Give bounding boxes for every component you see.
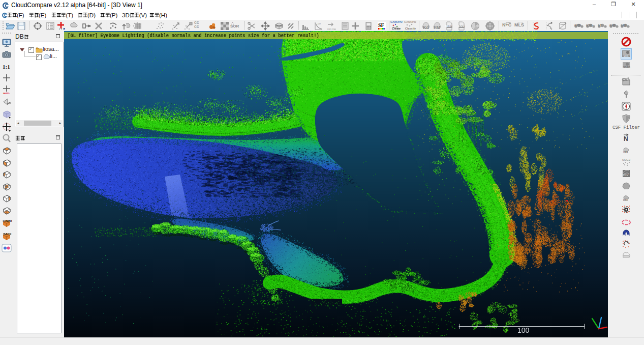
svg-text:min max: min max	[327, 27, 336, 31]
svg-text:HPR: HPR	[623, 151, 628, 154]
svg-text:SSAO: SSAO	[623, 66, 630, 69]
svg-text:1:1: 1:1	[3, 64, 10, 70]
svg-text:BACK: BACK	[4, 233, 12, 236]
svg-text:SF: SF	[378, 22, 384, 28]
svg-text:FRONT: FRONT	[3, 219, 12, 222]
svg-text:μσ: μσ	[318, 22, 321, 25]
svg-text:EDL: EDL	[624, 54, 629, 58]
svg-text:M3C2: M3C2	[622, 158, 631, 161]
svg-text:R&D: R&D	[623, 199, 628, 202]
svg-text:auto: auto	[3, 92, 10, 95]
svg-text:N: N	[624, 135, 628, 142]
svg-text:PCV: PCV	[623, 174, 629, 177]
